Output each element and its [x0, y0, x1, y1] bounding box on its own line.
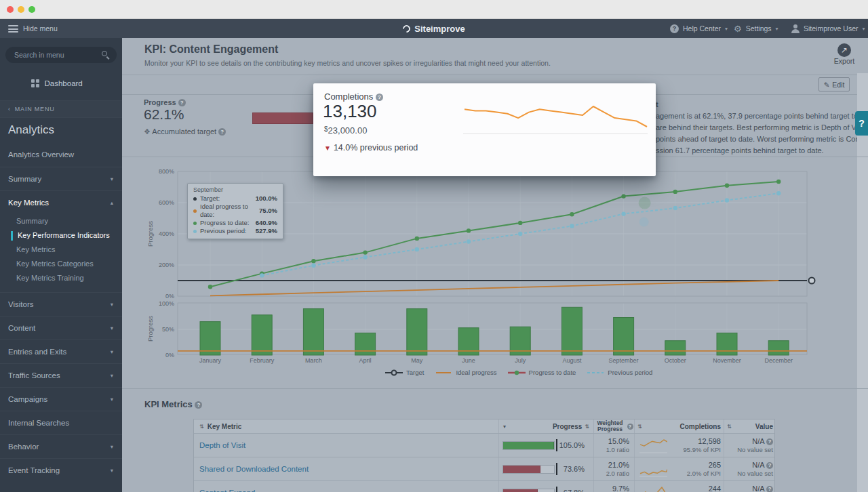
- column-header[interactable]: Completions: [679, 423, 721, 430]
- export-button[interactable]: ↗ Export: [824, 43, 865, 70]
- sidebar-item-summary[interactable]: Summary: [0, 214, 122, 228]
- popup-currency: $23,000.00: [324, 125, 367, 136]
- sidebar-item-entries-and-exits[interactable]: Entries and Exits▾: [0, 340, 122, 363]
- sidebar-item-behavior[interactable]: Behavior▾: [0, 434, 122, 458]
- sidebar-item-summary[interactable]: Summary▾: [0, 167, 122, 190]
- sidebar-item-label: Entries and Exits: [8, 348, 66, 356]
- divider: [122, 75, 868, 75]
- sort-icon[interactable]: ⇅: [585, 424, 589, 430]
- progress-percent: 105.0%: [557, 441, 585, 450]
- metric-progress-bar: [502, 441, 555, 450]
- month-label: November: [703, 357, 751, 364]
- user-menu[interactable]: Siteimprove User ▾: [791, 19, 865, 38]
- column-header[interactable]: Weighted Progress: [595, 420, 625, 432]
- help-icon[interactable]: ?: [178, 99, 186, 106]
- sidebar-item-campaigns[interactable]: Campaigns▾: [0, 387, 122, 411]
- help-icon[interactable]: ?: [766, 462, 773, 469]
- sidebar-item-label: Behavior: [8, 443, 39, 451]
- summary-line: ssion 61.7 percentage points behind targ…: [656, 146, 868, 155]
- sidebar-item-key-metrics-training[interactable]: Key Metrics Training: [0, 271, 122, 285]
- sidebar-item-internal-searches[interactable]: Internal Searches: [0, 411, 122, 434]
- sidebar-item-key-metrics-categories[interactable]: Key Metrics Categories: [0, 257, 122, 271]
- sidebar-item-label: Content: [8, 324, 35, 332]
- legend-label: Progress to date: [529, 369, 576, 376]
- table-row: Content Expand67.8%9.7%1.0 ratio2441.9% …: [194, 480, 774, 492]
- key-metric-link[interactable]: Depth of Visit: [199, 441, 245, 449]
- help-icon[interactable]: ?: [766, 486, 773, 492]
- sidebar-item-label: Key Performance Indicators: [18, 231, 110, 239]
- top-navigation-bar: Hide menu Siteimprove ? Help Center ▾ ⚙ …: [0, 19, 868, 38]
- maximize-window-button[interactable]: [28, 6, 35, 13]
- month-label: June: [445, 357, 492, 364]
- close-window-button[interactable]: [7, 6, 14, 13]
- help-icon[interactable]: ?: [218, 128, 226, 136]
- sidebar-menu: Analytics OverviewSummary▾Key Metrics▴Su…: [0, 143, 122, 482]
- gear-icon: ⚙: [734, 24, 742, 33]
- sidebar-item-label: Event Tracking: [8, 466, 60, 474]
- help-icon[interactable]: ?: [766, 438, 773, 445]
- chevron-down-icon: ▾: [863, 26, 865, 32]
- sidebar-item-traffic-sources[interactable]: Traffic Sources▾: [0, 363, 122, 387]
- chart-tooltip: September Target:100.0%Ideal progress to…: [187, 183, 283, 239]
- help-tab-button[interactable]: ?: [855, 111, 868, 136]
- legend-label: Target: [406, 369, 424, 376]
- legend-icon: [385, 369, 403, 376]
- value-cell: N/A ?No value set: [724, 461, 773, 478]
- column-header[interactable]: Progress: [553, 423, 582, 430]
- table-header-row: ⇅Key Metric▾Progress⇅Weighted Progress?⇅…: [194, 419, 774, 433]
- sidebar-item-dashboard[interactable]: Dashboard: [0, 73, 122, 94]
- weighted-progress: 15.0%1.0 ratio: [594, 437, 629, 454]
- key-metric-link[interactable]: Shared or Downloaded Content: [199, 465, 309, 473]
- main-menu-label: MAIN MENU: [15, 106, 55, 112]
- settings-menu[interactable]: ⚙ Settings ▾: [734, 19, 778, 38]
- sidebar-item-content[interactable]: Content▾: [0, 316, 122, 340]
- help-icon[interactable]: ?: [195, 401, 202, 409]
- tooltip-month: September: [193, 186, 277, 193]
- column-header[interactable]: Value: [755, 423, 773, 430]
- legend-item-ideal-progress[interactable]: Ideal progress: [435, 369, 496, 376]
- search-input[interactable]: [5, 47, 117, 63]
- back-to-main-menu[interactable]: ‹ MAIN MENU: [0, 100, 122, 118]
- column-header[interactable]: Key Metric: [208, 423, 242, 430]
- chevron-left-icon: ‹: [8, 106, 11, 112]
- help-icon[interactable]: ?: [376, 94, 383, 101]
- legend-icon: [508, 369, 526, 376]
- help-center-menu[interactable]: ? Help Center ▾: [670, 19, 728, 38]
- sidebar-item-key-metrics[interactable]: Key Metrics: [0, 243, 122, 257]
- chevron-down-icon: ▾: [111, 388, 113, 411]
- legend-item-progress-to-date[interactable]: Progress to date: [508, 369, 576, 376]
- popup-sparkline: [462, 104, 649, 129]
- dashboard-icon: [31, 79, 39, 87]
- key-metric-link[interactable]: Content Expand: [199, 489, 255, 492]
- sidebar-item-analytics-overview[interactable]: Analytics Overview: [0, 143, 122, 167]
- summary-line: agement is at 62.1%, 37.9 percentage poi…: [656, 112, 868, 120]
- filter-icon[interactable]: ▾: [503, 424, 506, 430]
- legend-icon: [587, 369, 604, 376]
- minimize-window-button[interactable]: [18, 6, 24, 13]
- metric-sparkline: [638, 437, 667, 453]
- search-icon[interactable]: [102, 51, 107, 56]
- help-icon[interactable]: ?: [627, 424, 633, 430]
- svg-text:400%: 400%: [159, 230, 174, 237]
- summary-line: are behind their targets. Best performin…: [656, 123, 868, 131]
- legend-item-target[interactable]: Target: [385, 369, 424, 376]
- monthly-progress-bar-chart[interactable]: 100%50%0%Progress: [144, 299, 823, 363]
- sidebar-item-key-metrics[interactable]: Key Metrics▴: [0, 190, 122, 214]
- kpi-progress-bar: [252, 112, 313, 124]
- sort-icon[interactable]: ⇅: [727, 424, 732, 430]
- edit-button[interactable]: ✎ Edit: [818, 77, 850, 91]
- sidebar-item-event-tracking[interactable]: Event Tracking▾: [0, 458, 122, 482]
- sidebar-item-visitors[interactable]: Visitors▾: [0, 292, 122, 316]
- sort-icon[interactable]: ⇅: [199, 424, 204, 430]
- diamond-icon: ❖: [144, 127, 151, 136]
- sidebar: Dashboard ‹ MAIN MENU Analytics Analytic…: [0, 38, 122, 492]
- scrollbar[interactable]: [857, 73, 868, 492]
- tooltip-row: Progress to date:640.9%: [193, 219, 277, 227]
- sidebar-item-key-performance-indicators[interactable]: Key Performance Indicators: [0, 228, 122, 243]
- legend-item-previous-period[interactable]: Previous period: [587, 369, 652, 376]
- siteimprove-logo-icon: [401, 23, 412, 34]
- chevron-down-icon: ▾: [111, 167, 113, 191]
- sidebar-section-title: Analytics: [8, 123, 54, 137]
- sort-icon[interactable]: ⇅: [637, 424, 642, 430]
- svg-text:100%: 100%: [159, 300, 174, 307]
